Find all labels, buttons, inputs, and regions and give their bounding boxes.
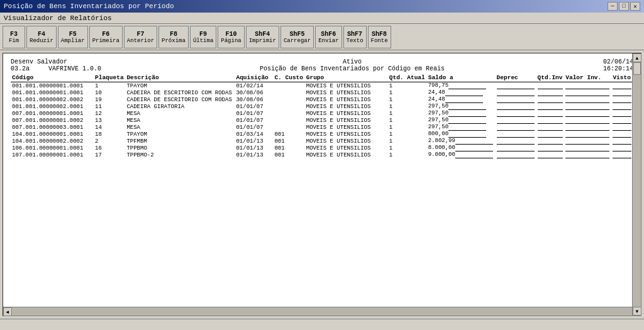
table-cell: 1: [388, 96, 427, 103]
table-cell: [273, 124, 304, 131]
table-cell: 1: [388, 103, 427, 110]
table-cell: [536, 131, 565, 138]
table-cell: MOVEIS E UTENSILIOS: [305, 124, 388, 131]
table-cell: 01/01/07: [235, 110, 273, 117]
table-cell: 24,48: [427, 96, 496, 103]
table-cell: TPAYOM: [125, 82, 235, 90]
table-cell: [496, 110, 536, 117]
table-cell: [536, 103, 565, 110]
report-version-code: 03.2a: [11, 65, 30, 72]
table-row: 007.001.00000003.000114MESA01/01/07MOVEI…: [11, 124, 633, 131]
table-cell: [273, 103, 304, 110]
table-cell: [611, 110, 633, 117]
table-cell: [496, 103, 536, 110]
table-cell: TPAYOM: [125, 131, 235, 138]
toolbar-btn-f7[interactable]: F7Anterior: [124, 26, 157, 48]
table-cell: MOVEIS E UTENSILIOS: [305, 82, 388, 90]
table-cell: [273, 110, 304, 117]
table-cell: [564, 124, 611, 131]
table-cell: MESA: [125, 124, 235, 131]
table-cell: 01/01/13: [235, 145, 273, 151]
table-cell: [611, 124, 633, 131]
table-cell: 001: [273, 131, 304, 138]
toolbar-btn-shf8[interactable]: ShF8Fonte: [368, 26, 391, 48]
table-cell: CADEIRA DE ESCRITORIO COM RODAS: [125, 96, 235, 103]
table-cell: 297,50: [427, 124, 496, 131]
table-cell: [564, 138, 611, 145]
table-cell: 800,00: [427, 131, 496, 138]
table-cell: [564, 82, 611, 90]
table-row: 001.001.00000001.000110CADEIRA DE ESCRIT…: [11, 89, 633, 96]
scroll-down-button[interactable]: ▼: [633, 307, 641, 316]
table-cell: [273, 96, 304, 103]
table-cell: [273, 117, 304, 124]
table-cell: [611, 82, 633, 90]
sub-title-text: Visualizador de Relatórios: [4, 14, 112, 22]
table-cell: 24,48: [427, 89, 496, 96]
table-cell: [611, 131, 633, 138]
table-cell: 30/08/06: [235, 96, 273, 103]
table-cell: 1: [388, 131, 427, 138]
table-cell: [611, 151, 633, 158]
table-cell: 001.001.00000002.0002: [11, 96, 94, 103]
col-header-deprec: Deprec: [496, 74, 536, 82]
table-cell: [611, 145, 633, 151]
close-button[interactable]: ✕: [630, 2, 640, 11]
toolbar-btn-f9[interactable]: F9Última: [190, 26, 216, 48]
col-header-plaqueta: Plaqueta: [94, 74, 125, 82]
table-cell: [564, 151, 611, 158]
table-cell: 13: [94, 117, 125, 124]
col-header-qtd--atual: Qtd. Atual: [388, 74, 427, 82]
toolbar-btn-f6[interactable]: F6Primeira: [89, 26, 123, 48]
toolbar-btn-shf4[interactable]: ShF4Imprimir: [246, 26, 279, 48]
maximize-button[interactable]: □: [619, 2, 629, 11]
table-cell: [536, 110, 565, 117]
toolbar: F3FimF4ReduzirF5AmpliarF6PrimeiraF7Anter…: [0, 24, 644, 50]
table-cell: [536, 82, 565, 90]
table-row: 001.001.00000002.000219CADEIRA DE ESCRIT…: [11, 96, 633, 103]
col-header-grupo: Grupo: [305, 74, 388, 82]
table-cell: 1: [388, 145, 427, 151]
table-cell: MOVEIS E UTENSILIOS: [305, 103, 388, 110]
table-cell: [611, 96, 633, 103]
table-cell: MESA: [125, 110, 235, 117]
table-cell: [564, 103, 611, 110]
horizontal-scrollbar[interactable]: ◄ ►: [3, 307, 641, 316]
table-cell: 104.001.00000001.0001: [11, 131, 94, 138]
table-cell: [496, 82, 536, 90]
toolbar-btn-shf6[interactable]: ShF6Enviar: [315, 26, 341, 48]
table-cell: 8.000,00: [427, 145, 496, 151]
toolbar-btn-shf7[interactable]: ShF7Texto: [343, 26, 367, 48]
toolbar-btn-f3[interactable]: F3Fim: [3, 26, 25, 48]
table-cell: MOVEIS E UTENSILIOS: [305, 151, 388, 158]
col-header-valor-inv-: Valor Inv.: [564, 74, 611, 82]
table-cell: [496, 138, 536, 145]
table-cell: 001: [273, 138, 304, 145]
table-cell: CADEIRA DE ESCRITORIO COM RODAS: [125, 89, 235, 96]
report-date: 02/06/14: [603, 58, 633, 65]
table-cell: 1: [388, 89, 427, 96]
table-cell: 1: [388, 151, 427, 158]
table-cell: 01/01/07: [235, 103, 273, 110]
toolbar-btn-shf5[interactable]: ShF5Carregar: [280, 26, 314, 48]
toolbar-btn-f4[interactable]: F4Reduzir: [26, 26, 57, 48]
table-cell: 001.001.00000001.0001: [11, 89, 94, 96]
vertical-scrollbar[interactable]: ▲ ▼: [632, 53, 641, 316]
table-cell: [536, 89, 565, 96]
minimize-button[interactable]: —: [608, 2, 618, 11]
table-cell: 17: [94, 151, 125, 158]
table-cell: 001.001.00000001.0001: [11, 82, 94, 90]
table-cell: [496, 117, 536, 124]
table-cell: [273, 82, 304, 90]
table-cell: MOVEIS E UTENSILIOS: [305, 138, 388, 145]
scroll-up-button[interactable]: ▲: [633, 53, 641, 62]
table-cell: MESA: [125, 117, 235, 124]
toolbar-btn-f8[interactable]: F8Próxima: [158, 26, 189, 48]
scroll-left-button[interactable]: ◄: [3, 307, 12, 316]
toolbar-btn-f10[interactable]: F10Página: [218, 26, 244, 48]
report-area: Desenv Salvador 03.2a VAFRINVE 1.0.0 Ati…: [3, 53, 641, 316]
table-cell: 01/01/07: [235, 124, 273, 131]
table-cell: 01/02/14: [235, 82, 273, 90]
toolbar-btn-f5[interactable]: F5Ampliar: [58, 26, 88, 48]
table-cell: MOVEIS E UTENSILIOS: [305, 96, 388, 103]
